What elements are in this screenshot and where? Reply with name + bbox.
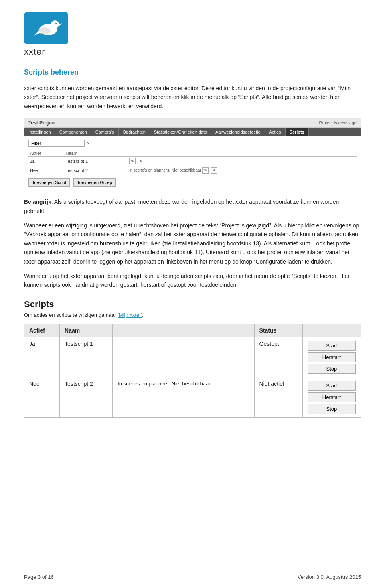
scripts-subtitle-suffix: .: [142, 312, 144, 318]
row1-herstart-button[interactable]: Herstart: [308, 352, 356, 362]
delete-icon[interactable]: ×: [138, 158, 144, 164]
edit-icon[interactable]: ✎: [202, 167, 209, 174]
table-row: Ja Testscript 1 Gestopt Start Herstart S…: [24, 337, 361, 377]
important-bold: Belangrijk: [24, 199, 51, 205]
row1-action-buttons: Start Herstart Stop: [308, 341, 356, 374]
row2-herstart-button[interactable]: Herstart: [308, 392, 356, 402]
filter-input[interactable]: [28, 140, 85, 147]
row1-naam: Testscript 1: [60, 337, 113, 377]
row2-info: In scenes en planners: Niet beschikbaar: [113, 377, 254, 417]
scripts-subtitle-prefix: Om acties en scripts te wijzigen ga naar: [24, 312, 118, 318]
svg-point-3: [38, 27, 51, 34]
row2-naam: Testscript 2: [60, 377, 113, 417]
para3: Wanneer u op het xxter apparaat bent ing…: [24, 272, 361, 290]
delete-icon[interactable]: ×: [211, 167, 217, 174]
logo-box: [24, 12, 68, 44]
scripts-col-naam: Naam: [60, 324, 113, 337]
col-actief: Actief: [28, 150, 64, 157]
svg-point-1: [51, 20, 59, 28]
edit-icon[interactable]: ✎: [129, 158, 136, 164]
nav-aanwezigheid[interactable]: Aanwezigheidsdetectie: [211, 128, 265, 136]
screenshot-nav: Instellingen Componenten Camera's Opdrac…: [24, 128, 361, 136]
scripts-col-actief: Actief: [24, 324, 60, 337]
row2-action-buttons: Start Herstart Stop: [308, 381, 356, 414]
add-script-button[interactable]: Toevoegen Script: [28, 178, 70, 187]
row2-status: Niet actief: [254, 377, 302, 417]
scripts-screenshot-table: Actief Naam Ja Testscript 1 ✎ ×: [28, 150, 357, 175]
section-heading: Scripts beheren: [24, 68, 361, 77]
logo-text-label: xxter: [24, 47, 361, 57]
footer-version-info: Version 3.0, Augustus 2015: [298, 574, 361, 580]
nav-componenten[interactable]: Componenten: [55, 128, 91, 136]
project-status-label: Project is gewijzigd: [319, 120, 357, 125]
footer-page-info: Page 3 of 16: [24, 574, 54, 580]
row2-stop-button[interactable]: Stop: [308, 404, 356, 414]
add-buttons-row: Toevoegen Script Toevoegen Groep: [28, 178, 357, 187]
row1-info: [113, 337, 254, 377]
scripts-title: Scripts: [24, 299, 361, 310]
row1-buttons: Start Herstart Stop: [302, 337, 361, 377]
mijn-xxter-link[interactable]: 'Mijn xxter': [118, 312, 142, 318]
svg-point-5: [55, 23, 57, 24]
nav-acties[interactable]: Acties: [265, 128, 286, 136]
row2-start-button[interactable]: Start: [308, 381, 356, 391]
logo-area: xxter: [24, 12, 361, 57]
scripts-main-table: Actief Naam Status Ja Testscript 1 Gesto…: [24, 324, 361, 418]
para2: Wanneer er een wijziging is uitgevoerd, …: [24, 221, 361, 266]
screenshot-mockup: Test Project Project is gewijzigd Instel…: [24, 118, 361, 190]
row2-actief: Nee: [24, 377, 60, 417]
important-note: Belangrijk: Als u scripts toevoegt of aa…: [24, 197, 361, 215]
screenshot-body: × Actief Naam Ja Testscript 1 ✎: [24, 136, 361, 190]
nav-instellingen[interactable]: Instellingen: [24, 128, 55, 136]
scripts-col-status: Status: [254, 324, 302, 337]
row1-status: Gestopt: [254, 337, 302, 377]
row1-stop-button[interactable]: Stop: [308, 364, 356, 374]
nav-scripts[interactable]: Scripts: [286, 128, 309, 136]
row1-start-button[interactable]: Start: [308, 341, 356, 351]
page-footer: Page 3 of 16 Version 3.0, Augustus 2015: [24, 570, 361, 580]
col-naam: Naam: [64, 150, 127, 157]
filter-row: ×: [28, 140, 357, 147]
important-text: : Als u scripts toevoegt of aanpast, moe…: [24, 199, 339, 214]
col-actions: [128, 150, 357, 157]
row1-actief: Ja: [24, 337, 60, 377]
table-row: Ja Testscript 1 ✎ ×: [28, 157, 357, 166]
screenshot-header: Test Project Project is gewijzigd: [24, 118, 361, 128]
row2-buttons: Start Herstart Stop: [302, 377, 361, 417]
logo-bird-icon: [30, 16, 62, 41]
scripts-col-actions: [302, 324, 361, 337]
nav-statistieken[interactable]: Statistieken/Grafieken data: [150, 128, 211, 136]
table-row: Nee Testscript 2 In scene's en planners:…: [28, 166, 357, 175]
add-group-button[interactable]: Toevoegen Groep: [73, 178, 116, 187]
project-name-label: Test Project: [28, 120, 56, 126]
intro-paragraph: xxter scripts kunnen worden gemaakt en a…: [24, 84, 361, 111]
nav-cameras[interactable]: Camera's: [91, 128, 119, 136]
scripts-col-info: [113, 324, 254, 337]
svg-marker-2: [59, 23, 62, 26]
nav-opdrachten[interactable]: Opdrachten: [119, 128, 150, 136]
table-row: Nee Testscript 2 In scenes en planners: …: [24, 377, 361, 417]
scripts-subtitle: Om acties en scripts te wijzigen ga naar…: [24, 312, 361, 318]
filter-clear-icon[interactable]: ×: [87, 141, 89, 146]
